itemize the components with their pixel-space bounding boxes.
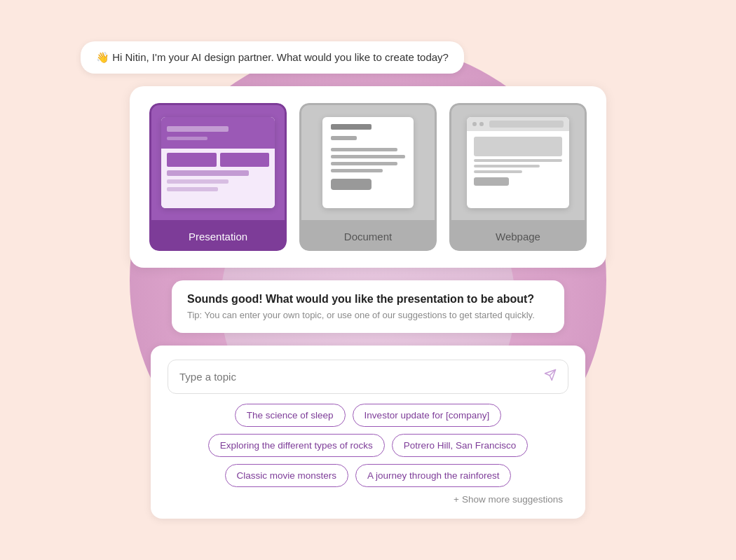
webpage-preview [449,103,587,222]
web-url-bar [489,121,564,128]
doc-line-4 [331,169,383,172]
pres-top-bar [161,117,275,149]
web-line-2 [474,165,540,168]
show-more-button[interactable]: + Show more suggestions [454,494,563,505]
doc-line-2 [331,155,405,158]
webpage-card[interactable]: Webpage [449,103,587,251]
web-line-3 [474,170,522,173]
pres-title-block [167,126,229,132]
greeting-bubble: 👋 Hi Nitin, I'm your AI design partner. … [81,41,464,74]
doc-line-3 [331,162,397,165]
pres-line-1 [167,170,249,176]
doc-subtitle [331,136,357,140]
suggestion-row-1: The science of sleep Investor update for… [235,404,501,427]
input-area: The science of sleep Investor update for… [151,346,585,519]
web-line-1 [474,159,562,162]
pres-line-3 [167,187,218,191]
suggestion-sleep[interactable]: The science of sleep [235,404,346,427]
web-cta-btn [474,177,509,186]
suggestion-row-2: Exploring the different types of rocks P… [208,434,529,457]
suggestions-container: The science of sleep Investor update for… [168,404,568,505]
pres-bottom [161,149,275,208]
topic-input-row [168,360,568,394]
card-selector: Presentation Document [130,86,606,268]
doc-title [331,124,372,130]
pres-row-1 [167,153,269,167]
doc-cta [331,179,372,190]
document-card[interactable]: Document [299,103,437,251]
question-text: Sounds good! What would you like the pre… [187,293,549,306]
presentation-label: Presentation [149,222,287,251]
suggestion-potrero[interactable]: Potrero Hill, San Francisco [392,434,529,457]
web-content [467,131,569,191]
presentation-preview [149,103,287,222]
suggestion-monsters[interactable]: Classic movie monsters [225,464,349,487]
plus-icon: + [454,494,459,505]
document-label: Document [299,222,437,251]
webpage-mock [467,117,569,208]
suggestion-rocks[interactable]: Exploring the different types of rocks [208,434,385,457]
document-mock [322,117,414,208]
presentation-card[interactable]: Presentation [149,103,287,251]
main-container: 👋 Hi Nitin, I'm your AI design partner. … [53,41,683,519]
show-more-label: Show more suggestions [462,494,563,505]
send-icon[interactable] [544,369,557,385]
suggestion-investor[interactable]: Investor update for [company] [353,404,502,427]
pres-block-1 [167,153,217,167]
suggestion-row-3: Classic movie monsters A journey through… [225,464,512,487]
show-more-row: + Show more suggestions [168,494,568,505]
document-preview [299,103,437,222]
web-dot-2 [479,122,484,126]
presentation-mock [161,117,275,208]
topic-input[interactable] [179,371,544,383]
greeting-emoji: 👋 [96,51,109,63]
tip-text: Tip: You can enter your own topic, or us… [187,310,549,320]
doc-line-1 [331,148,397,151]
pres-line-2 [167,179,229,184]
webpage-label: Webpage [449,222,587,251]
pres-block-2 [220,153,270,167]
pres-subtitle-block [167,137,207,140]
web-dot-1 [472,122,477,126]
web-header-img [474,137,562,156]
question-box: Sounds good! What would you like the pre… [172,280,564,333]
suggestion-rainforest[interactable]: A journey through the rainforest [355,464,511,487]
greeting-text: Hi Nitin, I'm your AI design partner. Wh… [112,51,449,63]
web-topbar [467,117,569,131]
